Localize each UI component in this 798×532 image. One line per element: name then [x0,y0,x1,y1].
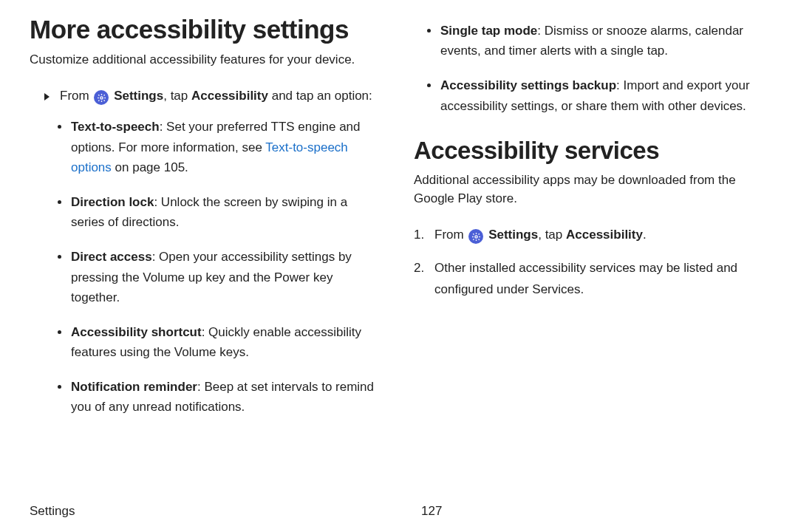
gear-icon [468,229,483,244]
accessibility-bold: Accessibility [566,228,643,242]
steps-list: From Settings, tap Accessibility. Other … [414,225,768,301]
instruction-from: From Settings, tap Accessibility and tap… [30,86,384,107]
list-item: Single tap mode: Dismiss or snooze alarm… [440,21,768,61]
list-item: Direction lock: Unlock the screen by swi… [71,192,384,232]
footer-page-number: 127 [392,504,442,519]
step-item: From Settings, tap Accessibility. [414,225,768,246]
item-title: Direct access [71,250,152,264]
accessibility-bold: Accessibility [191,89,268,103]
section-subtitle: Additional accessibility apps may be dow… [414,171,768,208]
from-prefix: From [60,89,92,103]
svg-point-0 [100,96,103,98]
item-body2: on page 105. [112,160,188,174]
list-item: Accessibility settings backup: Import an… [440,75,768,115]
svg-point-1 [475,236,477,238]
feature-list-continued: Single tap mode: Dismiss or snooze alarm… [414,21,768,116]
list-item: Accessibility shortcut: Quickly enable a… [71,322,384,362]
step-prefix: From [434,228,467,242]
feature-list: Text-to-speech: Set your preferred TTS e… [30,117,384,417]
list-item: Text-to-speech: Set your preferred TTS e… [71,117,384,177]
left-column: More accessibility settings Customize ad… [30,15,384,432]
list-item: Direct access: Open your accessibility s… [71,247,384,307]
item-title: Text-to-speech [71,120,160,134]
caret-icon [44,93,50,100]
page-footer: Settings 127 [0,504,798,519]
item-title: Accessibility shortcut [71,325,202,339]
page-subtitle: Customize additional accessibility featu… [30,50,384,69]
settings-bold: Settings [488,228,538,242]
item-title: Accessibility settings backup [440,78,616,92]
page-heading: More accessibility settings [30,15,384,44]
item-title: Direction lock [71,195,154,209]
settings-bold: Settings [114,89,163,103]
section-heading: Accessibility services [414,137,768,165]
item-title: Notification reminder [71,380,197,394]
step-item: Other installed accessibility services m… [414,258,768,301]
from-suffix: , tap [163,89,191,103]
step-mid: , tap [538,228,566,242]
list-item: Notification reminder: Beep at set inter… [71,377,384,417]
step-end: . [643,228,647,242]
footer-section: Settings [30,504,392,519]
gear-icon [94,90,109,105]
from-end: and tap an option: [268,89,372,103]
item-title: Single tap mode [440,24,537,38]
right-column: Single tap mode: Dismiss or snooze alarm… [414,15,768,432]
